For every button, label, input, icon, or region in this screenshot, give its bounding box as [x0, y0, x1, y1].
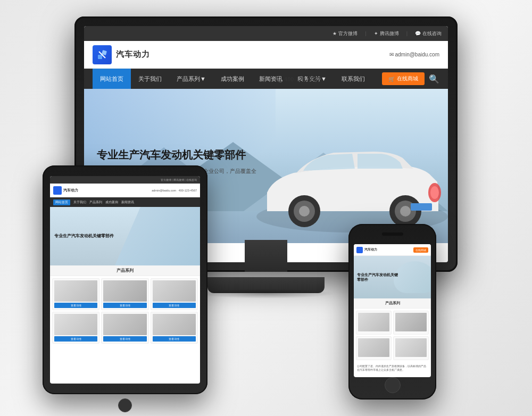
- p-product-img-3: [358, 338, 389, 357]
- p-product-img-1: [358, 313, 389, 331]
- t-product-4: 查看详情: [52, 312, 99, 344]
- t-product-3: 查看详情: [151, 278, 198, 310]
- p-description: 公司配置了差、内外道的生产及检测设备，以高标准的产品在汽车零部件市场上让众多主机…: [354, 362, 431, 374]
- website-topbar: ★ 官方微博 | ✦ 腾讯微博 | 💬 在线咨询: [84, 26, 448, 41]
- t-product-6: 查看详情: [151, 312, 198, 344]
- nav-cases[interactable]: 成功案例: [213, 69, 252, 89]
- p-products-grid: [354, 309, 431, 362]
- t-product-img-4: [54, 314, 97, 335]
- logo-icon: [93, 45, 112, 64]
- t-product-btn-4[interactable]: 查看详情: [54, 336, 97, 342]
- p-product-1: [356, 311, 392, 335]
- t-product-2: 查看详情: [101, 278, 148, 310]
- topbar-divider: |: [365, 31, 366, 36]
- nav-products[interactable]: 产品系列▼: [169, 69, 213, 89]
- website-header: 汽车动力 ✉ admin@baidu.com 📞 400-123-4567: [84, 41, 448, 69]
- t-product-btn-3[interactable]: 查看详情: [153, 303, 196, 308]
- p-product-4: [393, 336, 429, 360]
- t-nav-home[interactable]: 网站首页: [53, 199, 70, 205]
- t-nav-products[interactable]: 产品系列: [89, 201, 102, 204]
- p-cta-button[interactable]: 在线商城: [413, 247, 428, 253]
- topbar-consult: 💬 在线咨询: [415, 30, 442, 37]
- t-nav-cases[interactable]: 成功案例: [105, 201, 118, 204]
- t-topbar-text: 官方微博 | 腾讯微博 | 在线咨询: [161, 178, 197, 181]
- phone-camera: [382, 232, 403, 236]
- t-product-img-5: [103, 314, 146, 335]
- t-product-img-6: [153, 314, 196, 335]
- svg-rect-0: [98, 55, 102, 59]
- t-product-btn-1[interactable]: 查看详情: [54, 303, 97, 308]
- t-product-5: 查看详情: [101, 312, 148, 344]
- topbar-divider2: |: [406, 31, 408, 36]
- p-product-2: [393, 311, 429, 335]
- phone-bezel: 汽车动力 在线商城 专业生产汽车发动机关键零部件 产品系列: [348, 224, 436, 400]
- phone-icon: 📞: [275, 76, 284, 82]
- t-topbar: 官方微博 | 腾讯微博 | 在线咨询: [50, 176, 200, 184]
- p-hero-title: 专业生产汽车发动机关键零部件: [357, 272, 400, 282]
- tablet-home-button[interactable]: [118, 398, 132, 412]
- phone: 汽车动力 在线商城 专业生产汽车发动机关键零部件 产品系列: [348, 224, 436, 400]
- t-products-title: 产品系列: [50, 265, 200, 276]
- p-product-3: [356, 336, 392, 360]
- website-logo: 汽车动力: [93, 45, 389, 64]
- t-nav-news[interactable]: 新闻资讯: [121, 201, 134, 204]
- t-nav: 网站首页 关于我们 产品系列 成功案例 新闻资讯: [50, 197, 200, 207]
- monitor-stand-shadow: [197, 289, 335, 298]
- search-icon[interactable]: 🔍: [429, 74, 439, 84]
- t-products-grid: 查看详情 查看详情 查看详情 查看详情: [50, 276, 200, 346]
- chat-icon: 💬: [415, 31, 421, 36]
- p-logo-icon: [356, 247, 363, 253]
- t-header: 汽车动力 admin@baidu.com 400-123-4567: [50, 184, 200, 197]
- t-logo-icon: [53, 186, 62, 195]
- nav-home[interactable]: 网站首页: [93, 69, 131, 89]
- cart-icon: 🛒: [388, 76, 395, 82]
- tablet-bezel: 官方微博 | 腾讯微博 | 在线咨询 汽车动力 admin@baidu.com …: [43, 165, 207, 394]
- t-hero: 专业生产汽车发动机关键零部件: [50, 207, 200, 265]
- scene: ★ 官方微博 | ✦ 腾讯微博 | 💬 在线咨询: [11, 6, 521, 410]
- t-product-img-3: [153, 280, 196, 302]
- svg-point-15: [400, 206, 411, 217]
- t-product-img-1: [54, 280, 97, 302]
- phone-screen: 汽车动力 在线商城 专业生产汽车发动机关键零部件 产品系列: [354, 244, 431, 377]
- p-products-title: 产品系列: [354, 298, 431, 309]
- p-hero: 专业生产汽车发动机关键零部件: [354, 256, 431, 298]
- hero-title: 专业生产汽车发动机关键零部件: [97, 148, 256, 162]
- tablet: 官方微博 | 腾讯微博 | 在线咨询 汽车动力 admin@baidu.com …: [43, 165, 207, 394]
- phone-home-button[interactable]: [385, 377, 401, 393]
- nav-about[interactable]: 关于我们: [131, 69, 169, 89]
- tencent-icon: ✦: [374, 31, 378, 36]
- p-logo-text: 汽车动力: [364, 247, 377, 252]
- svg-rect-16: [411, 203, 432, 211]
- website-nav: 网站首页 关于我们 产品系列▼ 成功案例 新闻资讯 服务支持▼ 联系我们 🛒 在…: [84, 69, 448, 89]
- t-product-1: 查看详情: [52, 278, 99, 310]
- header-contact: ✉ admin@baidu.com 📞 400-123-4567: [389, 52, 439, 57]
- weibo-icon: ★: [332, 31, 337, 36]
- logo-text: 汽车动力: [116, 49, 150, 60]
- t-nav-about[interactable]: 关于我们: [73, 201, 86, 204]
- t-product-btn-5[interactable]: 查看详情: [103, 336, 146, 342]
- topbar-tencent: ✦ 腾讯微博: [374, 30, 399, 37]
- p-header: 汽车动力 在线商城: [354, 244, 431, 256]
- p-product-img-2: [395, 313, 427, 331]
- t-product-btn-6[interactable]: 查看详情: [153, 336, 196, 342]
- t-product-img-2: [103, 280, 146, 302]
- nav-cta-button[interactable]: 🛒 在线商城: [382, 72, 425, 85]
- t-product-btn-2[interactable]: 查看详情: [103, 303, 146, 308]
- t-logo-text: 汽车动力: [63, 188, 78, 193]
- topbar-weibo: ★ 官方微博: [332, 30, 358, 37]
- email-icon: ✉: [389, 52, 395, 57]
- email-contact: ✉ admin@baidu.com: [389, 52, 439, 57]
- tablet-screen: 官方微博 | 腾讯微博 | 在线咨询 汽车动力 admin@baidu.com …: [50, 176, 200, 384]
- svg-point-9: [430, 186, 439, 199]
- t-contact: admin@baidu.com 400-123-4567: [152, 189, 197, 192]
- t-hero-title: 专业生产汽车发动机关键零部件: [54, 233, 114, 239]
- p-product-img-4: [395, 338, 427, 357]
